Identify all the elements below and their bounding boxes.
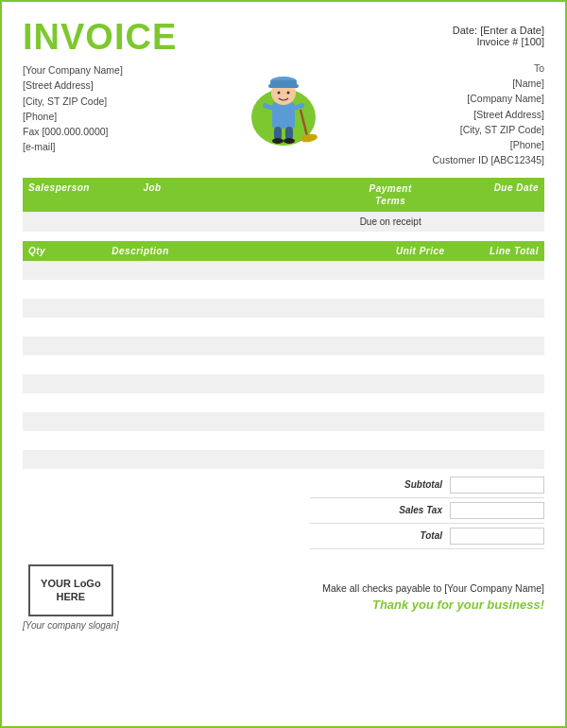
recipient-phone: [Phone] <box>433 137 544 152</box>
item-row <box>23 431 544 450</box>
due-date-value <box>455 212 544 232</box>
sender-street: [Street Address] <box>23 78 123 93</box>
invoice-value: [100] <box>522 36 544 47</box>
svg-point-14 <box>272 138 284 144</box>
unit-price-col-header: Unit Price <box>325 241 450 261</box>
salesperson-row: Due on receipt <box>23 212 544 232</box>
footer-payable: Make all checks payable to [Your Company… <box>322 582 544 594</box>
svg-point-6 <box>278 92 281 95</box>
recipient-address: [Name] [Company Name] [Street Address] [… <box>433 76 544 168</box>
description-col-header: Description <box>106 241 325 261</box>
total-value <box>450 528 544 545</box>
svg-rect-5 <box>268 84 299 88</box>
item-row <box>23 450 544 469</box>
item-row <box>23 337 544 355</box>
salesperson-value <box>23 212 137 232</box>
salesperson-table: Salesperson Job PaymentTerms Due Date Du… <box>23 178 544 232</box>
svg-rect-12 <box>274 127 282 140</box>
invoice-label: Invoice # <box>476 36 518 47</box>
totals-table: Subtotal Sales Tax Total <box>310 473 544 549</box>
date-line: Date: [Enter a Date] <box>453 25 544 36</box>
recipient-company: [Company Name] <box>433 91 544 106</box>
recipient-name: [Name] <box>433 76 544 91</box>
sender-phone: [Phone] <box>23 109 123 124</box>
recipient-street: [Street Address] <box>433 107 544 122</box>
items-table: Qty Description Unit Price Line Total <box>23 241 544 469</box>
to-label: To <box>433 62 544 74</box>
recipient-city: [City, ST ZIP Code] <box>433 122 544 137</box>
recipient-customer-id: Customer ID [ABC12345] <box>433 152 544 167</box>
sales-tax-row: Sales Tax <box>310 498 544 524</box>
svg-rect-1 <box>272 102 295 129</box>
item-row <box>23 355 544 374</box>
totals-section: Subtotal Sales Tax Total <box>23 473 544 549</box>
sender-address: [Your Company Name] [Street Address] [Ci… <box>23 62 123 155</box>
sales-tax-value <box>450 502 544 519</box>
qty-col-header: Qty <box>23 241 106 261</box>
subtotal-row: Subtotal <box>310 473 544 498</box>
item-row <box>23 393 544 412</box>
sender-city: [City, ST ZIP Code] <box>23 94 123 109</box>
items-header: Qty Description Unit Price Line Total <box>23 241 544 261</box>
item-row <box>23 280 544 299</box>
subtotal-value <box>450 477 544 494</box>
salesperson-col-header: Salesperson <box>23 178 137 212</box>
footer-thanks: Thank you for your business! <box>322 598 544 612</box>
sender-company: [Your Company Name] <box>23 62 123 78</box>
item-row <box>23 318 544 337</box>
item-row <box>23 412 544 431</box>
center-illustration <box>246 62 321 147</box>
item-row <box>23 374 544 393</box>
logo-box: YOUR LoGo HERE <box>28 564 113 616</box>
total-label: Total <box>310 530 450 541</box>
footer-section: YOUR LoGo HERE [Your company slogan] Mak… <box>23 564 544 631</box>
payment-terms-col-header: PaymentTerms <box>325 178 455 212</box>
svg-rect-13 <box>285 127 293 140</box>
header-row: INVOICE Date: [Enter a Date] Invoice # [… <box>23 19 544 55</box>
job-value <box>137 212 325 232</box>
footer-left: YOUR LoGo HERE [Your company slogan] <box>23 564 119 631</box>
cleaner-icon <box>246 62 321 147</box>
sender-fax: Fax [000.000.0000] <box>23 124 123 139</box>
sales-tax-label: Sales Tax <box>310 505 450 515</box>
header-right: Date: [Enter a Date] Invoice # [100] <box>453 25 544 47</box>
svg-point-15 <box>284 138 295 144</box>
item-row <box>23 299 544 318</box>
salesperson-header: Salesperson Job PaymentTerms Due Date <box>23 178 544 212</box>
date-label: Date: <box>453 25 477 36</box>
job-col-header: Job <box>137 178 325 212</box>
payment-terms-value: Due on receipt <box>325 212 455 232</box>
invoice-line: Invoice # [100] <box>453 36 544 47</box>
date-value: [Enter a Date] <box>480 25 544 36</box>
footer-right: Make all checks payable to [Your Company… <box>322 582 544 612</box>
svg-point-7 <box>287 92 290 95</box>
recipient-block: To [Name] [Company Name] [Street Address… <box>433 62 544 168</box>
sender-email: [e-mail] <box>23 139 123 154</box>
footer-slogan: [Your company slogan] <box>23 620 119 631</box>
invoice-page: INVOICE Date: [Enter a Date] Invoice # [… <box>0 0 567 728</box>
line-total-col-header: Line Total <box>451 241 544 261</box>
invoice-title: INVOICE <box>23 19 177 55</box>
subtotal-label: Subtotal <box>310 479 450 490</box>
address-section: [Your Company Name] [Street Address] [Ci… <box>23 62 544 168</box>
item-row <box>23 261 544 280</box>
due-date-col-header: Due Date <box>455 178 544 212</box>
total-row: Total <box>310 524 544 549</box>
